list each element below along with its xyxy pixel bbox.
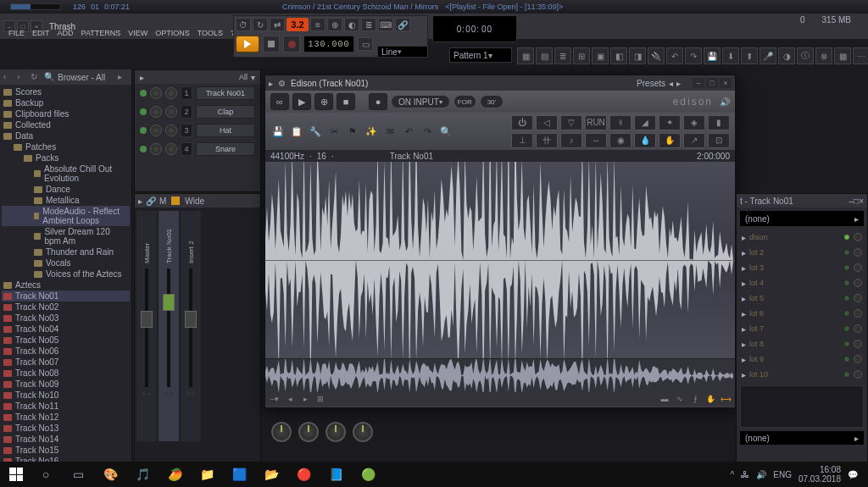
menu-file[interactable]: FILE xyxy=(5,27,28,39)
task-word-icon[interactable]: 📘 xyxy=(320,463,351,485)
tree-item[interactable]: Track No09 xyxy=(2,379,130,390)
cut-icon[interactable]: ✂ xyxy=(326,125,342,138)
fx-slot-knob[interactable] xyxy=(854,233,862,241)
tree-item[interactable]: Track No14 xyxy=(2,434,130,445)
task-utorrent-icon[interactable]: 🟢 xyxy=(353,463,383,485)
misc-icon[interactable]: ⋯ xyxy=(853,47,868,64)
preset-prev-icon[interactable]: ◂ xyxy=(669,79,673,88)
fx-slot-led[interactable] xyxy=(843,325,850,332)
audio-rec-icon[interactable]: 🎤 xyxy=(760,47,776,64)
tree-item[interactable]: Track No12 xyxy=(2,412,130,423)
grid-convolve-icon[interactable]: 卄 xyxy=(536,133,558,148)
tree-item[interactable]: Scores xyxy=(2,86,130,97)
channel-filter[interactable]: All xyxy=(239,73,248,81)
edison-play-icon[interactable]: ▶ xyxy=(292,93,311,110)
grid-tune-icon[interactable]: ♪ xyxy=(560,133,582,148)
fader-handle[interactable] xyxy=(185,311,197,328)
grid-power-icon[interactable]: ⏻ xyxy=(511,115,533,130)
tray-notif-icon[interactable]: 💬 xyxy=(848,470,858,479)
channel-name[interactable]: Clap xyxy=(196,105,255,119)
channel-vol-knob[interactable] xyxy=(165,125,177,136)
channel-pan-knob[interactable] xyxy=(150,125,162,136)
menu-tools[interactable]: TOOLS xyxy=(194,27,226,39)
tree-item[interactable]: Silver Dream 120 bpm Am xyxy=(2,226,130,246)
tree-item[interactable]: Absolute Chill Out Evolution xyxy=(2,163,130,184)
channel-vol-knob[interactable] xyxy=(165,87,177,99)
fader-handle[interactable] xyxy=(141,311,153,328)
wand-icon[interactable]: ✨ xyxy=(364,125,379,138)
fx-slot-led[interactable] xyxy=(843,295,850,302)
channel-pan-knob[interactable] xyxy=(150,87,162,99)
fx-slot-knob[interactable] xyxy=(854,324,862,333)
stop-button[interactable] xyxy=(263,36,280,53)
overdub-icon[interactable]: ⊕ xyxy=(327,18,342,31)
task-view-icon[interactable]: ▭ xyxy=(63,463,93,485)
record-button[interactable] xyxy=(283,36,300,53)
grid-normalize-icon[interactable]: ▽ xyxy=(560,115,582,130)
gear-icon[interactable]: ⚙ xyxy=(278,79,286,88)
tree-item[interactable]: Metallica xyxy=(2,195,130,206)
grid-spectrum-icon[interactable]: ▮ xyxy=(708,115,730,130)
channel-led[interactable] xyxy=(140,90,147,97)
fx-slot-led[interactable] xyxy=(843,234,850,241)
tree-item[interactable]: Aztecs xyxy=(2,279,130,291)
mixer-strip[interactable]: Master xyxy=(136,211,157,441)
tree-item[interactable]: Track No07 xyxy=(2,357,130,368)
grid-denoise-icon[interactable]: ✦ xyxy=(659,115,681,130)
tempo-display[interactable]: 130.000 xyxy=(303,36,354,53)
edison-stop-icon[interactable]: ■ xyxy=(337,93,355,110)
fx-slot-led[interactable] xyxy=(843,279,850,286)
menu-add[interactable]: ADD xyxy=(54,27,77,39)
presets-label[interactable]: Presets xyxy=(637,79,665,88)
fx-slot-menu-icon[interactable]: ▸ xyxy=(742,355,746,364)
channel-number[interactable]: 4 xyxy=(181,142,192,156)
tool-a-icon[interactable]: ◧ xyxy=(610,47,627,64)
tree-item[interactable]: Track No15 xyxy=(2,445,130,456)
channel-led[interactable] xyxy=(140,146,147,152)
blend-icon[interactable]: ≣ xyxy=(361,18,376,31)
fx-input-none[interactable]: (none)▸ xyxy=(740,211,864,226)
speaker-icon[interactable]: 🔊 xyxy=(720,97,730,107)
pan-knob[interactable] xyxy=(298,422,319,442)
channel-name[interactable]: Snare xyxy=(196,142,255,156)
grid-run-icon[interactable]: RUN xyxy=(585,115,607,130)
task-explorer-icon[interactable]: 📂 xyxy=(256,463,287,485)
tree-item[interactable]: Packs xyxy=(2,152,130,163)
fx-slot[interactable]: ▸lot 7 xyxy=(737,321,867,336)
channel-led[interactable] xyxy=(140,127,147,134)
task-opera-icon[interactable]: 🔴 xyxy=(288,463,319,485)
pan-knob[interactable] xyxy=(353,422,373,442)
mode-wave-icon[interactable]: ∿ xyxy=(674,394,686,404)
fx-slot-menu-icon[interactable]: ▸ xyxy=(742,340,746,349)
play-button[interactable] xyxy=(236,36,259,53)
fx-slot-menu-icon[interactable]: ▸ xyxy=(742,279,746,288)
task-fl-icon[interactable]: 🥭 xyxy=(159,463,190,485)
grid-fade-icon[interactable]: ◢ xyxy=(634,115,656,130)
fx-output-none[interactable]: (none)▸ xyxy=(740,431,864,445)
pan-knob[interactable] xyxy=(271,422,292,442)
edison-min-icon[interactable]: – xyxy=(693,78,704,88)
fx-slot[interactable]: ▸dison xyxy=(737,230,867,245)
grid-send-icon[interactable]: ↗ xyxy=(683,133,705,148)
menu-patterns[interactable]: PATTERNS xyxy=(78,27,125,39)
channel-rack-icon[interactable]: ≣ xyxy=(554,47,571,64)
menu-view[interactable]: VIEW xyxy=(125,27,151,39)
channel-pan-knob[interactable] xyxy=(150,143,162,155)
tree-item[interactable]: Patches xyxy=(2,141,130,152)
menu-edit[interactable]: EDIT xyxy=(29,27,53,39)
arrange-icon[interactable]: ▦ xyxy=(834,47,851,64)
edison-menu-icon[interactable]: ▸ xyxy=(269,79,273,88)
fx-slot-knob[interactable] xyxy=(854,309,862,318)
wait-icon[interactable]: ↻ xyxy=(253,18,268,31)
copy-icon[interactable]: 📋 xyxy=(289,125,304,138)
channel-row[interactable]: 2Clap xyxy=(135,102,260,121)
edison-input-mode[interactable]: ON INPUT ▾ xyxy=(391,95,450,108)
zoom-icon[interactable]: 🔍 xyxy=(438,125,453,138)
flag-icon[interactable]: ⚑ xyxy=(345,125,360,138)
grid-drag-icon[interactable]: ⊡ xyxy=(708,133,730,148)
snap-selector[interactable]: Line ▾ xyxy=(377,46,428,58)
fx-slot[interactable]: ▸lot 4 xyxy=(737,275,867,291)
pattern-selector[interactable]: Pattern 1 ▾ xyxy=(449,47,512,63)
edison-rec-icon[interactable]: ● xyxy=(369,93,387,110)
fader-track[interactable] xyxy=(189,268,192,387)
